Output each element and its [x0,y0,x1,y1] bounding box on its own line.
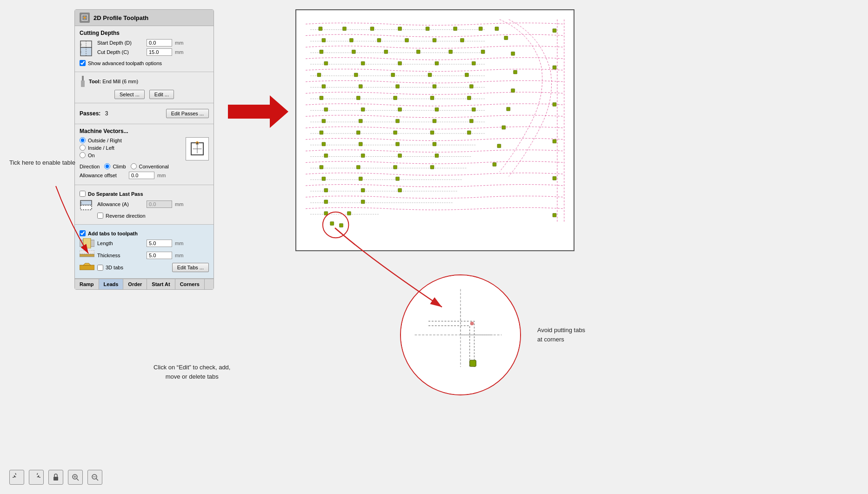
svg-marker-21 [83,263,91,265]
tick-annotation: Tick here to enable table [9,158,75,167]
on-label: On [88,153,95,158]
svg-rect-88 [320,165,323,169]
svg-rect-71 [359,119,362,123]
svg-rect-43 [449,50,453,53]
on-radio[interactable] [80,152,86,158]
svg-rect-46 [361,61,365,65]
edit-annotation: Click on “Edit” to check, add, move or d… [154,363,230,381]
svg-text:A: A [80,201,82,204]
redo-button[interactable] [29,470,44,485]
climb-radio[interactable] [104,163,110,169]
select-tool-button[interactable]: Select ... [114,90,145,99]
tab-order[interactable]: Order [123,279,147,289]
allowance-input[interactable] [129,172,154,179]
svg-rect-109 [497,144,501,148]
svg-rect-37 [433,39,436,42]
svg-marker-130 [37,475,39,477]
tab-corners[interactable]: Corners [175,279,205,289]
tabs-length-input[interactable] [147,240,172,247]
svg-rect-64 [467,96,471,100]
cut-depth-input[interactable] [147,48,172,56]
add-tabs-label: Add tabs to toolpath [88,231,138,236]
svg-rect-56 [359,85,362,88]
svg-rect-75 [320,131,323,134]
svg-rect-45 [324,61,328,65]
vector-diagram [186,137,209,160]
tick-annotation-text: Tick here to enable table [9,159,75,166]
svg-rect-44 [481,50,485,53]
svg-rect-96 [361,188,365,192]
svg-rect-55 [322,85,326,88]
reverse-direction-checkbox[interactable] [97,213,103,219]
svg-rect-125 [470,360,476,367]
svg-rect-51 [354,73,358,77]
edit-tool-button[interactable]: Edit ... [149,90,174,99]
edit-tabs-button[interactable]: Edit Tabs ... [172,263,209,272]
svg-rect-86 [398,154,402,158]
allowance-a-unit: mm [175,201,183,207]
threed-tabs-label: 3D tabs [106,265,123,270]
svg-marker-22 [228,95,288,128]
outside-right-radio[interactable] [80,137,86,143]
tabs-thickness-input[interactable] [147,252,172,259]
svg-rect-82 [396,142,400,146]
tabs-thickness-row: Thickness mm [80,250,209,260]
svg-rect-114 [553,140,556,143]
svg-rect-54 [465,73,469,77]
svg-rect-90 [394,165,397,169]
svg-text:C: C [80,51,82,53]
svg-rect-20 [80,265,94,270]
start-depth-label: Start Depth (D) [97,40,144,46]
cut-depth-unit: mm [175,49,183,55]
direction-label: Direction [80,164,100,169]
tab-start-at[interactable]: Start At [147,279,175,289]
threed-tabs-checkbox[interactable] [97,265,103,271]
start-depth-unit: mm [175,40,183,46]
svg-rect-83 [433,142,436,146]
conventional-radio[interactable] [131,163,137,169]
svg-rect-67 [398,107,402,111]
corners-annotation: Avoid putting tabs at corners [537,326,585,344]
advanced-options-checkbox[interactable] [80,60,86,66]
undo-button[interactable] [9,470,24,485]
zoom-fit-button[interactable] [68,470,83,485]
zoom-out-button[interactable] [87,470,102,485]
direction-arrow [228,93,288,132]
bottom-toolbar [9,470,102,485]
tab-ramp[interactable]: Ramp [75,279,99,289]
add-tabs-checkbox[interactable] [80,230,86,236]
on-radio-row: On [80,152,182,158]
tabs-length-unit: mm [175,240,183,246]
panel-title: 2D Profile Toolpath [75,10,214,26]
edit-annotation-text: Click on “Edit” to check, add, move or d… [154,364,230,380]
svg-rect-35 [377,39,381,42]
threed-tabs-row: 3D tabs [97,265,123,271]
svg-rect-17 [83,238,91,248]
reverse-direction-row: Reverse direction [97,213,209,219]
svg-rect-103 [504,36,508,40]
machine-vectors-section: Machine Vectors... Outside / Right Insid… [75,124,214,185]
svg-rect-42 [416,50,420,53]
svg-rect-108 [502,126,506,129]
last-pass-checkbox[interactable] [80,191,86,197]
start-depth-input[interactable] [147,39,172,47]
corners-annotation-text: Avoid putting tabs at corners [537,327,585,343]
passes-section: Passes: 3 Edit Passes ... [75,103,214,124]
svg-rect-84 [324,154,328,158]
svg-rect-99 [361,200,365,204]
svg-rect-62 [394,96,397,100]
svg-rect-104 [511,52,515,55]
allowance-a-input[interactable] [147,200,172,208]
svg-rect-91 [430,165,434,169]
passes-label: Passes: 3 [80,110,108,117]
tab-leads[interactable]: Leads [99,279,124,289]
svg-rect-57 [396,85,400,88]
svg-rect-81 [359,142,362,146]
climb-label: Climb [113,164,126,169]
lock-button[interactable] [48,470,63,485]
svg-rect-85 [361,154,365,158]
edit-passes-button[interactable]: Edit Passes ... [166,109,209,118]
inside-left-radio[interactable] [80,145,86,151]
svg-rect-40 [352,50,355,53]
svg-rect-32 [479,27,482,31]
